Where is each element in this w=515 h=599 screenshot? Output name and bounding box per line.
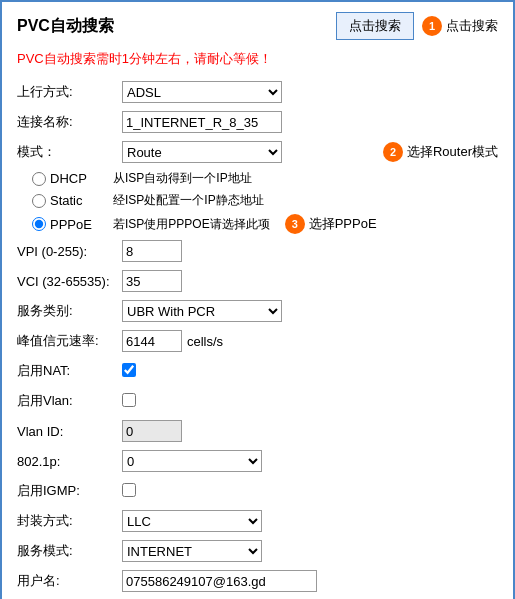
upstream-label: 上行方式: <box>17 83 122 101</box>
static-radio[interactable] <box>32 194 46 208</box>
annotation-3-text: 选择PPPoE <box>309 215 377 233</box>
dot802-select[interactable]: 0 <box>122 450 262 472</box>
enable-nat-checkbox[interactable] <box>122 363 136 377</box>
vpi-label: VPI (0-255): <box>17 244 122 259</box>
dhcp-label: DHCP <box>50 171 105 186</box>
annotation-1-badge: 1 <box>422 16 442 36</box>
upstream-select[interactable]: ADSL <box>122 81 282 103</box>
search-button[interactable]: 点击搜索 <box>336 12 414 40</box>
dhcp-desc: 从ISP自动得到一个IP地址 <box>113 170 252 187</box>
enable-igmp-label: 启用IGMP: <box>17 482 122 500</box>
annotation-1-text: 点击搜索 <box>446 17 498 35</box>
static-desc: 经ISP处配置一个IP静态地址 <box>113 192 264 209</box>
pppoe-radio[interactable] <box>32 217 46 231</box>
service-mode-select[interactable]: INTERNET <box>122 540 262 562</box>
vci-input[interactable] <box>122 270 182 292</box>
pppoe-label: PPPoE <box>50 217 105 232</box>
peak-rate-label: 峰值信元速率: <box>17 332 122 350</box>
vpi-input[interactable] <box>122 240 182 262</box>
annotation-3-badge: 3 <box>285 214 305 234</box>
warning-text: PVC自动搜索需时1分钟左右，请耐心等候！ <box>2 46 513 76</box>
peak-rate-unit: cells/s <box>187 334 223 349</box>
page-title: PVC自动搜索 <box>17 16 336 37</box>
enable-nat-label: 启用NAT: <box>17 362 122 380</box>
mode-select[interactable]: Route <box>122 141 282 163</box>
enable-igmp-checkbox[interactable] <box>122 483 136 497</box>
static-label: Static <box>50 193 105 208</box>
vlan-id-input[interactable] <box>122 420 182 442</box>
enable-vlan-label: 启用Vlan: <box>17 392 122 410</box>
peak-rate-input[interactable] <box>122 330 182 352</box>
dhcp-radio[interactable] <box>32 172 46 186</box>
mode-label: 模式： <box>17 143 122 161</box>
username-input[interactable] <box>122 570 317 592</box>
annotation-2-badge: 2 <box>383 142 403 162</box>
encap-select[interactable]: LLC <box>122 510 262 532</box>
service-mode-label: 服务模式: <box>17 542 122 560</box>
connection-label: 连接名称: <box>17 113 122 131</box>
pppoe-desc: 若ISP使用PPPOE请选择此项 <box>113 216 270 233</box>
dot802-label: 802.1p: <box>17 454 122 469</box>
enable-vlan-checkbox[interactable] <box>122 393 136 407</box>
encap-label: 封装方式: <box>17 512 122 530</box>
connection-input[interactable] <box>122 111 282 133</box>
vci-label: VCI (32-65535): <box>17 274 122 289</box>
service-type-select[interactable]: UBR With PCR <box>122 300 282 322</box>
username-label: 用户名: <box>17 572 122 590</box>
vlan-id-label: Vlan ID: <box>17 424 122 439</box>
service-type-label: 服务类别: <box>17 302 122 320</box>
annotation-2-text: 选择Router模式 <box>407 143 498 161</box>
